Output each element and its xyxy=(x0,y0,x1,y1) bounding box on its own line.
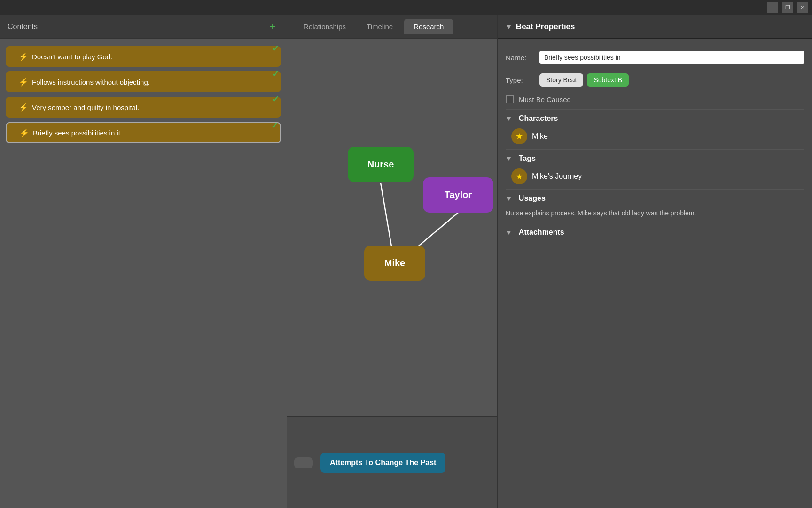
characters-section-header: ▼ Characters xyxy=(506,109,804,126)
right-panel-body: Name: Type: Story Beat Subtext B Must Be… xyxy=(498,39,812,247)
bottom-beat-partial[interactable] xyxy=(294,457,313,468)
minimize-button[interactable]: – xyxy=(767,2,778,13)
beat-lightning-icon: ⚡ xyxy=(19,78,28,87)
tag-row-journey: ★ Mike's Journey xyxy=(506,166,804,187)
must-be-caused-checkbox[interactable] xyxy=(506,95,514,103)
right-panel: ▼ Beat Properties Name: Type: Story Beat… xyxy=(497,15,812,508)
tags-collapse-icon[interactable]: ▼ xyxy=(506,155,512,162)
beat-text: Very somber and guilty in hospital. xyxy=(32,103,139,111)
graph-area: Nurse Taylor Mike xyxy=(287,39,497,416)
journey-star-icon: ★ xyxy=(516,172,523,181)
name-label: Name: xyxy=(506,54,534,62)
panel-collapse-icon[interactable]: ▼ xyxy=(506,23,512,31)
node-nurse-label: Nurse xyxy=(367,159,394,170)
tags-section-title: Tags xyxy=(519,154,536,163)
beat-check-icon: ✓ xyxy=(272,69,279,79)
tab-relationships[interactable]: Relationships xyxy=(294,19,355,34)
usages-collapse-icon[interactable]: ▼ xyxy=(506,195,512,202)
node-taylor-label: Taylor xyxy=(445,190,472,200)
restore-button[interactable]: ❐ xyxy=(782,2,793,13)
beat-text: Briefly sees possibilities in it. xyxy=(33,129,122,137)
type-options: Story Beat Subtext B xyxy=(539,73,629,87)
titlebar: – ❐ ✕ xyxy=(0,0,812,15)
mike-star-icon: ★ xyxy=(515,131,523,142)
usages-section-title: Usages xyxy=(519,194,546,203)
must-be-caused-row: Must Be Caused xyxy=(506,91,804,107)
journey-tag-avatar: ★ xyxy=(511,168,527,184)
right-panel-header: ▼ Beat Properties xyxy=(498,15,812,39)
tab-research[interactable]: Research xyxy=(404,19,453,34)
beat-check-icon: ✓ xyxy=(272,94,279,104)
tab-bar: RelationshipsTimelineResearch xyxy=(287,15,497,39)
main-area: Contents + ⚡ Doesn't want to play God. ✓… xyxy=(0,15,812,508)
node-nurse[interactable]: Nurse xyxy=(348,147,414,182)
characters-section-title: Characters xyxy=(519,114,558,123)
mike-character-name[interactable]: Mike xyxy=(532,132,548,141)
beat-item-1[interactable]: ⚡ Follows instructions without objecting… xyxy=(6,71,281,92)
node-mike-label: Mike xyxy=(384,258,405,269)
beat-lightning-icon: ⚡ xyxy=(19,52,28,61)
node-taylor[interactable]: Taylor xyxy=(423,177,493,213)
name-field-row: Name: xyxy=(506,46,804,69)
beat-lightning-icon: ⚡ xyxy=(20,128,29,137)
node-mike[interactable]: Mike xyxy=(364,246,425,281)
relationship-lines xyxy=(287,39,497,416)
type-field-row: Type: Story Beat Subtext B xyxy=(506,69,804,91)
name-input[interactable] xyxy=(539,51,804,64)
beat-check-icon: ✓ xyxy=(272,43,279,54)
beat-item-3[interactable]: ⚡ Briefly sees possibilities in it. ✓ xyxy=(6,122,281,143)
tab-timeline[interactable]: Timeline xyxy=(357,19,402,34)
attachments-section-header: ▼ Attachments xyxy=(506,223,804,239)
character-row-mike: ★ Mike xyxy=(506,126,804,147)
left-panel: Contents + ⚡ Doesn't want to play God. ✓… xyxy=(0,15,287,508)
attachments-collapse-icon[interactable]: ▼ xyxy=(506,229,512,236)
type-label: Type: xyxy=(506,76,534,84)
type-story-button[interactable]: Story Beat xyxy=(539,73,583,87)
mike-avatar: ★ xyxy=(511,128,527,144)
bottom-strip: Attempts To Change The Past xyxy=(287,416,497,508)
close-button[interactable]: ✕ xyxy=(797,2,808,13)
usages-text: Nurse explains process. Mike says that o… xyxy=(506,206,804,221)
beat-text: Doesn't want to play God. xyxy=(32,53,112,61)
beat-text: Follows instructions without objecting. xyxy=(32,78,150,86)
center-panel: RelationshipsTimelineResearch Nurse Tayl… xyxy=(287,15,497,508)
add-beat-button[interactable]: + xyxy=(266,20,279,33)
beat-list: ⚡ Doesn't want to play God. ✓ ⚡ Follows … xyxy=(0,39,287,151)
type-subtext-button[interactable]: Subtext B xyxy=(587,73,629,87)
left-panel-title: Contents xyxy=(8,23,266,31)
journey-tag-name[interactable]: Mike's Journey xyxy=(532,172,582,181)
bottom-beat-card[interactable]: Attempts To Change The Past xyxy=(320,453,445,473)
right-panel-title: Beat Properties xyxy=(516,22,575,32)
tags-section-header: ▼ Tags xyxy=(506,149,804,166)
bottom-beat-label: Attempts To Change The Past xyxy=(330,459,436,467)
beat-check-icon: ✓ xyxy=(271,120,278,131)
must-be-caused-label: Must Be Caused xyxy=(519,95,571,103)
beat-item-0[interactable]: ⚡ Doesn't want to play God. ✓ xyxy=(6,46,281,67)
beat-lightning-icon: ⚡ xyxy=(19,103,28,112)
usages-section-header: ▼ Usages xyxy=(506,189,804,206)
characters-collapse-icon[interactable]: ▼ xyxy=(506,115,512,122)
beat-item-2[interactable]: ⚡ Very somber and guilty in hospital. ✓ xyxy=(6,97,281,118)
attachments-section-title: Attachments xyxy=(519,228,564,237)
left-panel-header: Contents + xyxy=(0,15,287,39)
